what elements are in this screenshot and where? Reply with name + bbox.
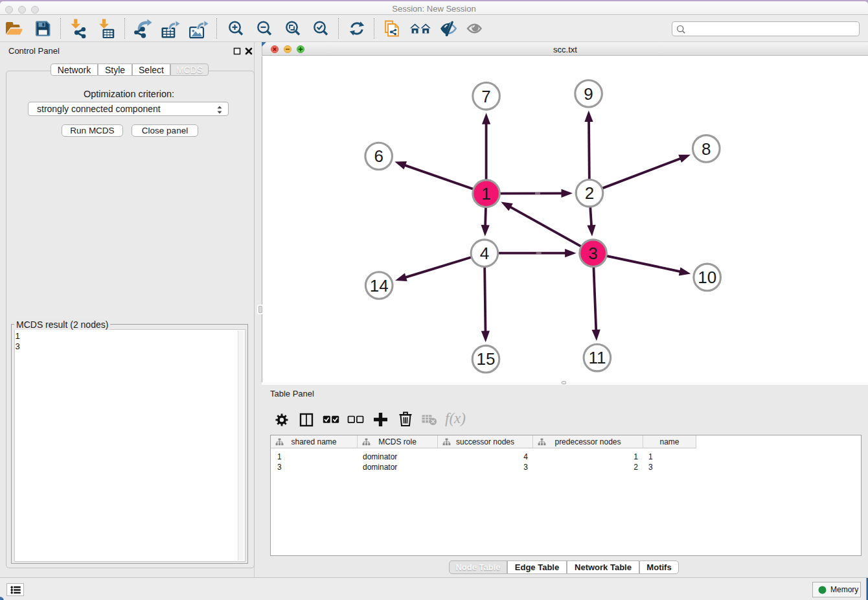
svg-text:4: 4 — [480, 244, 489, 263]
svg-text:2: 2 — [585, 183, 594, 203]
svg-text:9: 9 — [584, 84, 593, 104]
svg-text:8: 8 — [702, 139, 711, 159]
svg-text:15: 15 — [477, 349, 496, 369]
svg-text:10: 10 — [698, 268, 716, 287]
svg-text:11: 11 — [588, 348, 606, 367]
svg-text:7: 7 — [481, 87, 490, 106]
svg-text:1: 1 — [481, 184, 490, 203]
svg-text:6: 6 — [374, 146, 383, 166]
svg-text:14: 14 — [370, 276, 389, 295]
svg-text:3: 3 — [588, 244, 597, 263]
